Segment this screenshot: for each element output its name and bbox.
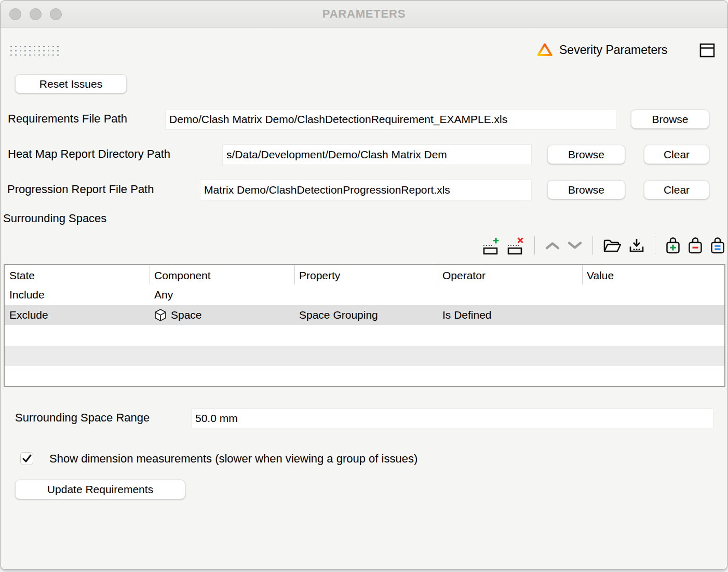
requirements-browse-button[interactable]: Browse: [631, 110, 709, 129]
reset-issues-button[interactable]: Reset Issues: [15, 74, 127, 93]
move-down-icon[interactable]: [567, 241, 583, 250]
delete-row-icon[interactable]: [507, 236, 524, 255]
severity-parameters-label: Severity Parameters: [559, 43, 667, 57]
surrounding-spaces-section-label: Surrounding Spaces: [3, 212, 106, 225]
update-requirements-button[interactable]: Update Requirements: [15, 480, 185, 499]
toolbar-separator: [655, 236, 655, 255]
toolbar-separator: [534, 236, 535, 255]
title-bar: PARAMETERS: [1, 1, 727, 28]
surrounding-spaces-toolbar: [482, 235, 725, 256]
cell-property[interactable]: [294, 284, 438, 305]
minimize-window-button[interactable]: [30, 8, 42, 20]
heat-map-directory-path-label: Heat Map Report Directory Path: [8, 147, 170, 161]
cell-property[interactable]: Space Grouping: [294, 305, 438, 325]
window-title: PARAMETERS: [322, 7, 406, 21]
cell-value[interactable]: [582, 305, 724, 325]
surrounding-spaces-table: State Component Property Operator Value …: [4, 264, 725, 387]
cell-state[interactable]: Exclude: [5, 305, 150, 325]
checkmark-icon: [22, 454, 32, 463]
zoom-window-button[interactable]: [50, 8, 62, 20]
move-up-icon[interactable]: [545, 241, 560, 250]
close-window-button[interactable]: [9, 8, 21, 20]
column-header-state[interactable]: State: [5, 265, 150, 284]
toolbar-separator: [592, 236, 593, 255]
column-header-operator[interactable]: Operator: [438, 265, 582, 284]
table-row-include[interactable]: Include Any: [5, 284, 724, 305]
column-header-value[interactable]: Value: [582, 265, 724, 284]
progression-report-path-label: Progression Report File Path: [7, 183, 154, 196]
surrounding-space-range-label: Surrounding Space Range: [15, 411, 150, 425]
progression-browse-button[interactable]: Browse: [547, 180, 625, 199]
cell-value[interactable]: [582, 284, 724, 305]
cell-operator[interactable]: Is Defined: [438, 305, 582, 325]
heat-map-directory-path-input[interactable]: s/Data/Development/Demo/Clash Matrix Dem: [223, 145, 531, 165]
column-header-property[interactable]: Property: [294, 265, 438, 284]
cell-component[interactable]: Space: [150, 305, 294, 325]
requirements-file-path-label: Requirements File Path: [8, 112, 127, 126]
bag-add-icon[interactable]: [665, 237, 681, 254]
parameters-window: PARAMETERS Severity Parameters Reset Iss…: [0, 0, 728, 570]
open-folder-icon[interactable]: [603, 238, 622, 253]
traffic-lights: [9, 8, 62, 20]
progression-clear-button[interactable]: Clear: [644, 180, 709, 199]
panel-window-icon[interactable]: [699, 43, 715, 58]
cube-icon: [154, 308, 167, 322]
bag-replace-icon[interactable]: [710, 237, 725, 254]
cell-component[interactable]: Any: [150, 284, 294, 305]
progression-report-path-input[interactable]: Matrix Demo/ClashDetectionProgressionRep…: [200, 180, 531, 200]
requirements-file-path-input[interactable]: Demo/Clash Matrix Demo/ClashDetectionReq…: [166, 110, 616, 129]
surrounding-space-range-input[interactable]: 50.0 mm: [192, 409, 713, 428]
add-row-icon[interactable]: [482, 236, 500, 255]
import-file-icon[interactable]: [628, 238, 645, 253]
cell-operator[interactable]: [438, 284, 582, 305]
dock-grip-handle[interactable]: [8, 44, 60, 57]
warning-triangle-icon: [536, 42, 553, 58]
table-row-exclude[interactable]: Exclude Space Space Grouping Is Defined: [5, 305, 724, 325]
show-dimensions-label: Show dimension measurements (slower when…: [49, 452, 417, 466]
table-header-row: State Component Property Operator Value: [5, 265, 724, 284]
column-header-component[interactable]: Component: [150, 265, 294, 284]
heat-map-clear-button[interactable]: Clear: [644, 145, 709, 164]
cell-state[interactable]: Include: [5, 284, 150, 305]
heat-map-browse-button[interactable]: Browse: [547, 145, 625, 164]
empty-table-stripe: [5, 346, 724, 366]
bag-remove-icon[interactable]: [687, 237, 703, 254]
cell-component-text: Space: [171, 309, 202, 321]
show-dimensions-checkbox[interactable]: [20, 452, 33, 465]
severity-parameters-header: Severity Parameters: [536, 42, 667, 58]
